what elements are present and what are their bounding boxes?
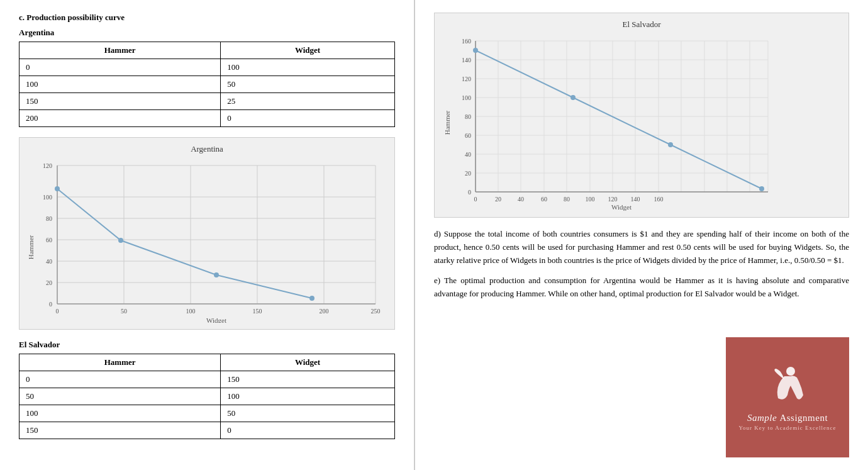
table-row: 15025 xyxy=(19,93,395,110)
el-salvador-hammer-header: Hammer xyxy=(19,354,221,371)
logo-icon xyxy=(769,364,806,408)
x-label-50: 50 xyxy=(121,308,127,315)
argentina-point-1 xyxy=(55,186,60,191)
table-row: 50100 xyxy=(19,388,395,405)
svg-text:120: 120 xyxy=(462,76,471,82)
y-label-60: 60 xyxy=(46,237,52,243)
table-row: 1500 xyxy=(19,422,395,439)
svg-text:20: 20 xyxy=(465,170,471,177)
argentina-label: Argentina xyxy=(19,28,395,38)
table-row: 2000 xyxy=(19,110,395,127)
argentina-point-3 xyxy=(214,272,219,277)
left-column: c. Production possibility curve Argentin… xyxy=(0,0,415,470)
svg-text:0: 0 xyxy=(474,196,477,203)
paragraph-d: d) Suppose the total income of both coun… xyxy=(434,228,849,267)
el-salvador-chart-svg: 0 20 40 60 80 100 120 140 160 0 20 40 60… xyxy=(441,35,774,211)
argentina-y-axis-title: Hammer xyxy=(27,235,35,259)
svg-text:160: 160 xyxy=(654,196,664,203)
logo-box: Sample Assignment Your Key to Academic E… xyxy=(726,337,849,457)
svg-text:160: 160 xyxy=(462,38,471,45)
el-salvador-table: Hammer Widget 015050100100501500 xyxy=(19,354,395,439)
logo-sub-text: Your Key to Academic Excellence xyxy=(738,425,836,431)
svg-text:100: 100 xyxy=(586,196,595,203)
y-label-120: 120 xyxy=(43,162,52,169)
x-label-200: 200 xyxy=(320,308,329,315)
paragraph-e: e) The optimal production and consumptio… xyxy=(434,274,849,301)
svg-text:80: 80 xyxy=(465,113,471,120)
table-row: 10050 xyxy=(19,76,395,93)
svg-text:80: 80 xyxy=(564,196,570,203)
svg-text:140: 140 xyxy=(631,196,640,203)
svg-text:Widget: Widget xyxy=(611,203,632,211)
el-salvador-point-1 xyxy=(473,48,478,53)
svg-text:20: 20 xyxy=(495,196,501,203)
el-salvador-point-4 xyxy=(759,186,764,191)
table-row: 10050 xyxy=(19,405,395,422)
svg-text:140: 140 xyxy=(462,57,471,64)
y-label-100: 100 xyxy=(43,194,52,201)
table-row: 0100 xyxy=(19,59,395,76)
svg-text:60: 60 xyxy=(541,196,547,203)
x-label-0: 0 xyxy=(56,308,59,315)
el-salvador-point-3 xyxy=(668,142,673,147)
el-salvador-widget-header: Widget xyxy=(221,354,395,371)
el-salvador-point-2 xyxy=(570,95,576,100)
section-title: c. Production possibility curve xyxy=(19,13,395,23)
argentina-chart-title: Argentina xyxy=(26,144,388,154)
argentina-widget-header: Widget xyxy=(221,42,395,59)
el-salvador-ppc-line xyxy=(476,50,762,189)
svg-text:0: 0 xyxy=(468,189,471,196)
svg-text:40: 40 xyxy=(518,196,524,203)
svg-text:Hammer: Hammer xyxy=(443,110,451,135)
argentina-chart-svg: 0 20 40 60 80 100 120 0 50 100 150 200 2… xyxy=(26,159,391,323)
svg-text:40: 40 xyxy=(465,151,471,158)
y-label-0: 0 xyxy=(49,301,52,308)
x-label-150: 150 xyxy=(253,308,262,315)
el-salvador-chart-container: El Salvador xyxy=(434,13,849,218)
el-salvador-label: El Salvador xyxy=(19,340,395,350)
table-row: 0150 xyxy=(19,371,395,388)
argentina-hammer-header: Hammer xyxy=(19,42,221,59)
x-label-250: 250 xyxy=(371,308,381,315)
svg-text:60: 60 xyxy=(465,132,471,139)
svg-text:100: 100 xyxy=(462,94,471,101)
argentina-chart-container: Argentina xyxy=(19,137,395,330)
argentina-table: Hammer Widget 010010050150252000 xyxy=(19,42,395,127)
el-salvador-chart-title: El Salvador xyxy=(441,20,842,30)
svg-text:120: 120 xyxy=(608,196,618,203)
argentina-ppc-line xyxy=(57,189,312,298)
right-column: El Salvador xyxy=(415,0,868,470)
argentina-point-4 xyxy=(309,296,314,301)
argentina-point-2 xyxy=(118,238,123,243)
y-label-80: 80 xyxy=(46,215,52,222)
y-label-20: 20 xyxy=(46,279,52,286)
svg-point-60 xyxy=(786,367,795,376)
logo-main-text: Sample Assignment xyxy=(747,413,828,423)
argentina-x-axis-title: Widget xyxy=(206,316,226,323)
x-label-100: 100 xyxy=(186,308,196,315)
y-label-40: 40 xyxy=(46,258,52,265)
